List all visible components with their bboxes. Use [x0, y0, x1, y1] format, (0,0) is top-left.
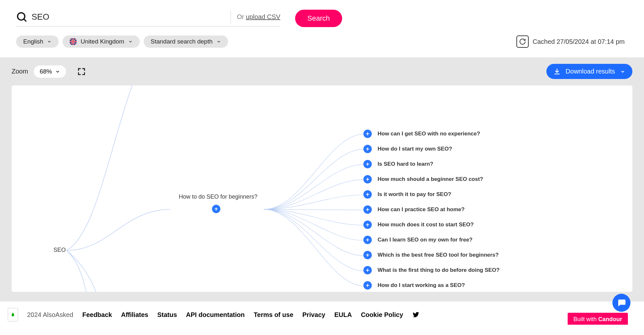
- expand-button[interactable]: +: [363, 145, 372, 153]
- tree-leaf-label: What is the first thing to do before doi…: [378, 267, 500, 273]
- chevron-down-icon: [55, 69, 60, 74]
- refresh-button[interactable]: [516, 35, 529, 48]
- tree-leaf-node[interactable]: +How can I get SEO with no experience?: [363, 130, 500, 138]
- tree-root-node[interactable]: SEO: [53, 247, 66, 253]
- upload-csv-link[interactable]: Or upload CSV: [237, 13, 280, 21]
- expand-button[interactable]: +: [363, 160, 372, 168]
- tree-leaf-label: Can I learn SEO on my own for free?: [378, 237, 473, 243]
- expand-button[interactable]: +: [363, 190, 372, 199]
- download-icon: [553, 68, 561, 75]
- svg-line-1: [24, 19, 26, 22]
- footer-link[interactable]: Privacy: [303, 311, 325, 319]
- expand-button[interactable]: +: [363, 236, 372, 244]
- chevron-down-icon: [47, 39, 52, 44]
- tree-leaf-label: How can I practice SEO at home?: [378, 206, 465, 213]
- expand-button[interactable]: +: [363, 251, 372, 259]
- tree-leaf-label: How much should a beginner SEO cost?: [378, 176, 483, 182]
- footer-link[interactable]: Cookie Policy: [361, 311, 403, 319]
- footer-link[interactable]: API documentation: [186, 311, 245, 319]
- footer-link[interactable]: Affiliates: [121, 311, 148, 319]
- lock-icon: [11, 311, 15, 318]
- footer-link[interactable]: Feedback: [82, 311, 112, 319]
- zoom-select[interactable]: 68%: [34, 65, 66, 78]
- tree-leaf-label: How can I get SEO with no experience?: [378, 131, 480, 137]
- expand-button[interactable]: +: [363, 221, 372, 229]
- search-input[interactable]: [32, 12, 225, 22]
- candour-badge[interactable]: Built with Candour: [568, 313, 628, 325]
- tree-leaf-label: How much does it cost to start SEO?: [378, 222, 474, 228]
- tree-leaf-label: Is SEO hard to learn?: [378, 161, 433, 167]
- fullscreen-icon: [77, 67, 86, 76]
- tree-leaf-node[interactable]: +What is the first thing to do before do…: [363, 266, 500, 274]
- zoom-label: Zoom: [12, 68, 28, 75]
- language-select[interactable]: English: [16, 35, 59, 48]
- footer-link[interactable]: Terms of use: [254, 311, 293, 319]
- footer-link[interactable]: EULA: [334, 311, 352, 319]
- expand-button[interactable]: +: [363, 266, 372, 274]
- search-icon: [16, 11, 28, 23]
- tree-leaf-node[interactable]: +Which is the best free SEO tool for beg…: [363, 251, 500, 259]
- tree-canvas[interactable]: SEO How to do SEO for beginners? + +How …: [12, 85, 632, 292]
- tree-leaf-node[interactable]: +Can I learn SEO on my own for free?: [363, 236, 500, 244]
- expand-button[interactable]: +: [363, 130, 372, 138]
- expand-button[interactable]: +: [363, 205, 372, 214]
- tree-leaf-label: How do I start my own SEO?: [378, 146, 452, 152]
- chevron-down-icon: [620, 69, 625, 74]
- copyright: 2024 AlsoAsked: [27, 311, 73, 319]
- tree-leaf-node[interactable]: +Is SEO hard to learn?: [363, 160, 500, 168]
- search-button[interactable]: Search: [295, 10, 342, 27]
- tree-leaf-label: Is it worth it to pay for SEO?: [378, 191, 451, 198]
- tree-mid-node[interactable]: How to do SEO for beginners?: [179, 193, 257, 200]
- tree-leaf-node[interactable]: +How can I practice SEO at home?: [363, 205, 500, 214]
- download-results-button[interactable]: Download results: [546, 64, 632, 79]
- tree-leaf-node[interactable]: +How much does it cost to start SEO?: [363, 221, 500, 229]
- divider: [231, 11, 231, 24]
- tree-leaf-node[interactable]: +How much should a beginner SEO cost?: [363, 175, 500, 183]
- uk-flag-icon: [70, 38, 77, 45]
- twitter-icon[interactable]: [412, 311, 420, 319]
- tree-leaf-node[interactable]: +Is it worth it to pay for SEO?: [363, 190, 500, 199]
- footer-link[interactable]: Status: [157, 311, 177, 319]
- depth-select[interactable]: Standard search depth: [144, 35, 228, 48]
- svg-point-0: [18, 13, 25, 20]
- cache-status: Cached 27/05/2024 at 07:14 pm: [516, 35, 625, 48]
- expand-button[interactable]: +: [212, 205, 220, 213]
- tree-leaf-label: Which is the best free SEO tool for begi…: [378, 252, 499, 258]
- tree-leaf-node[interactable]: +How do I start working as a SEO?: [363, 281, 500, 290]
- region-select[interactable]: United Kingdom: [62, 35, 139, 48]
- expand-button[interactable]: +: [363, 175, 372, 183]
- refresh-icon: [519, 38, 526, 45]
- tree-leaf-label: How do I start working as a SEO?: [378, 282, 465, 289]
- tree-leaf-node[interactable]: +How do I start my own SEO?: [363, 145, 500, 153]
- privacy-badge[interactable]: [8, 308, 18, 321]
- expand-button[interactable]: +: [363, 281, 372, 290]
- chevron-down-icon: [216, 39, 221, 44]
- footer: 2024 AlsoAsked FeedbackAffiliatesStatusA…: [0, 301, 644, 325]
- chevron-down-icon: [128, 39, 133, 44]
- fullscreen-button[interactable]: [75, 65, 88, 78]
